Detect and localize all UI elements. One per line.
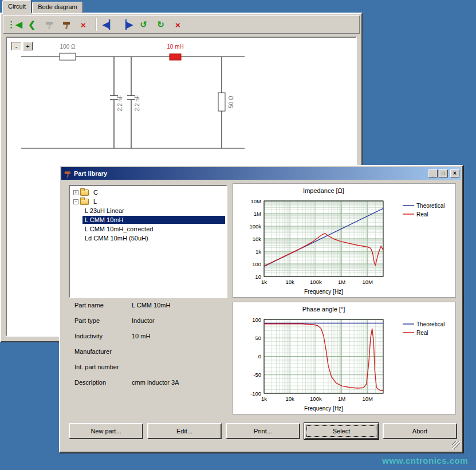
detail-label: Int. part number: [69, 364, 132, 370]
svg-text:10M: 10M: [251, 198, 262, 204]
detail-value: L CMM 10mH: [132, 302, 227, 309]
minimize-button[interactable]: _: [428, 169, 438, 177]
svg-text:1M: 1M: [254, 211, 261, 217]
detail-label: Manufacturer: [69, 348, 132, 355]
svg-text:-100: -100: [250, 390, 261, 397]
rotate-cw-icon[interactable]: ↻: [153, 17, 168, 32]
print-button[interactable]: Print...: [226, 423, 300, 439]
detail-value: 10 mH: [132, 333, 227, 339]
capacitor1-label: 2.2 nF: [117, 95, 123, 111]
svg-text:50: 50: [255, 335, 261, 341]
svg-text:100: 100: [252, 317, 261, 323]
svg-text:0: 0: [258, 353, 261, 360]
detail-row: Manufacturer: [69, 348, 227, 364]
next-node-icon[interactable]: ▕▶: [119, 17, 134, 32]
svg-text:Real: Real: [416, 211, 428, 218]
svg-text:Frequency [Hz]: Frequency [Hz]: [304, 405, 343, 412]
insert-before-icon[interactable]: ⋮◀: [7, 17, 22, 32]
svg-text:100k: 100k: [249, 223, 261, 230]
svg-text:1k: 1k: [255, 248, 261, 255]
tree-item-label: C: [91, 188, 100, 196]
svg-text:1M: 1M: [338, 396, 345, 402]
rotate-ccw-icon[interactable]: ↺: [136, 17, 151, 32]
resistor-load[interactable]: [218, 93, 225, 111]
svg-text:100k: 100k: [310, 396, 322, 402]
window-buttons: _ □ ×: [428, 169, 459, 177]
svg-text:10k: 10k: [253, 236, 262, 242]
svg-text:Theoretical: Theoretical: [416, 321, 444, 327]
zoom-controls: - +: [11, 42, 33, 50]
detail-row: Inductivity10 mH: [69, 333, 227, 348]
dialog-title: Part library: [74, 170, 428, 177]
tree-item-label: L 23uH Linear: [82, 207, 127, 215]
detail-label: Description: [69, 379, 132, 386]
tree-folder[interactable]: +C: [71, 188, 225, 197]
inductor-cmm[interactable]: [170, 54, 181, 60]
collapse-icon[interactable]: -: [73, 199, 78, 204]
svg-text:10M: 10M: [363, 396, 373, 402]
part-library-icon: [62, 20, 71, 29]
delete-wire-icon[interactable]: ×: [170, 17, 186, 32]
close-button[interactable]: ×: [450, 169, 459, 177]
zoom-in-button[interactable]: +: [23, 42, 33, 50]
svg-text:Phase angle [°]: Phase angle [°]: [302, 306, 345, 313]
detail-label: Part type: [69, 317, 132, 324]
svg-text:Theoretical: Theoretical: [416, 203, 444, 209]
svg-text:Impedance [Ω]: Impedance [Ω]: [303, 187, 344, 194]
folder-icon: [80, 189, 89, 196]
tab-circuit[interactable]: Circuit: [2, 0, 32, 14]
edit-button[interactable]: Edit...: [147, 423, 222, 439]
part-library-icon[interactable]: [58, 17, 74, 32]
folder-icon: [80, 199, 89, 205]
inductor-label: 10 mH: [167, 44, 183, 50]
zoom-out-button[interactable]: -: [11, 42, 21, 50]
select-button[interactable]: Select: [304, 423, 379, 439]
svg-text:10k: 10k: [286, 279, 295, 285]
dialog-titlebar[interactable]: Part library _ □ ×: [61, 167, 461, 180]
tree-item[interactable]: Ld CMM 10mH (50uH): [71, 234, 225, 243]
edit-part-disabled-icon: [41, 17, 57, 32]
svg-text:-50: -50: [253, 372, 261, 378]
svg-text:100k: 100k: [310, 279, 322, 285]
detail-value: Inductor: [132, 317, 227, 324]
part-library-icon: [63, 169, 72, 178]
maximize-button[interactable]: □: [439, 169, 448, 177]
detail-value: cmm inductor 3A: [132, 379, 227, 386]
detail-label: Part name: [69, 302, 132, 309]
detail-label: Inductivity: [69, 333, 132, 339]
watermark: www.cntronics.com: [382, 456, 468, 465]
svg-text:10: 10: [255, 274, 261, 280]
part-tree: +C-LL 23uH LinearL CMM 10mHL CMM 10mH_co…: [69, 185, 227, 298]
capacitor2-label: 2.2 nF: [134, 95, 140, 111]
resistor-series[interactable]: [60, 53, 76, 60]
tree-item[interactable]: L 23uH Linear: [71, 206, 225, 215]
detail-row: Descriptioncmm inductor 3A: [69, 379, 227, 394]
tree-item-label: L CMM 10mH_corrected: [82, 225, 155, 233]
svg-text:1M: 1M: [338, 279, 345, 285]
delete-part-icon[interactable]: ×: [76, 17, 91, 32]
tree-item[interactable]: L CMM 10mH_corrected: [71, 224, 225, 234]
toolbar: ⋮◀❮×◀▏▕▶↺↻×: [3, 15, 360, 34]
resistor-load-label: 50 Ω: [228, 96, 234, 108]
resize-grip[interactable]: [452, 441, 460, 449]
resistor-series-label: 100 Ω: [60, 44, 76, 50]
part-details: Part nameL CMM 10mHPart typeInductorIndu…: [69, 302, 227, 394]
svg-text:Real: Real: [416, 330, 428, 336]
tree-item[interactable]: L CMM 10mH: [71, 215, 225, 224]
new-part-button[interactable]: New part...: [69, 423, 143, 439]
detail-row: Part nameL CMM 10mH: [69, 302, 227, 317]
svg-text:1k: 1k: [261, 279, 267, 285]
tree-item-label: L: [91, 198, 99, 206]
abort-button[interactable]: Abort: [383, 423, 457, 439]
prev-node-icon[interactable]: ◀▏: [101, 17, 117, 32]
tree-folder[interactable]: -L: [71, 197, 225, 206]
expand-icon[interactable]: +: [73, 190, 78, 195]
svg-text:10k: 10k: [286, 396, 295, 402]
svg-text:Frequency [Hz]: Frequency [Hz]: [304, 289, 343, 295]
insert-after-icon[interactable]: ❮: [24, 17, 40, 32]
detail-row: Int. part number: [69, 364, 227, 379]
toolbar-separator: [96, 18, 97, 31]
desktop: Circuit Bode diagram ⋮◀❮×◀▏▕▶↺↻× - + 100…: [0, 0, 476, 470]
edit-part-disabled-icon: [45, 20, 54, 29]
tab-bode-diagram[interactable]: Bode diagram: [32, 2, 83, 13]
